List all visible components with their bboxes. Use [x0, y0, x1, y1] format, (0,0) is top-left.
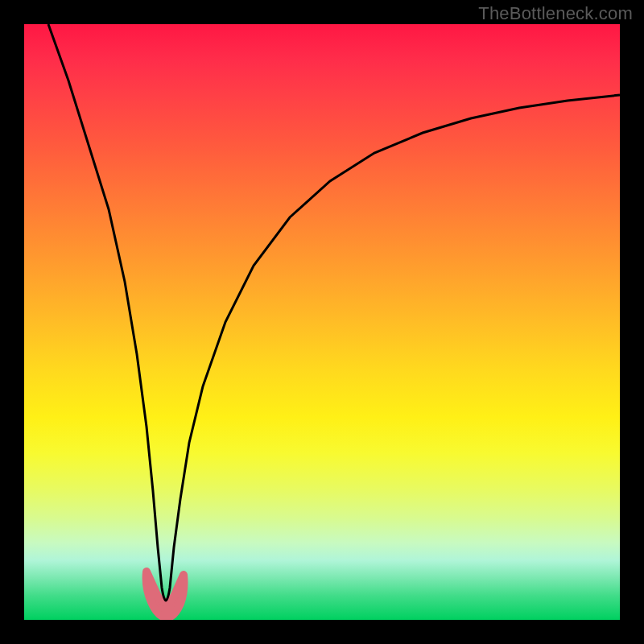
- plot-area: [24, 24, 620, 620]
- bottleneck-curve-path: [48, 24, 620, 601]
- optimal-range-marker: [147, 572, 184, 617]
- curve-layer: [24, 24, 620, 620]
- watermark-text: TheBottleneck.com: [478, 3, 633, 24]
- chart-frame: TheBottleneck.com: [0, 0, 644, 644]
